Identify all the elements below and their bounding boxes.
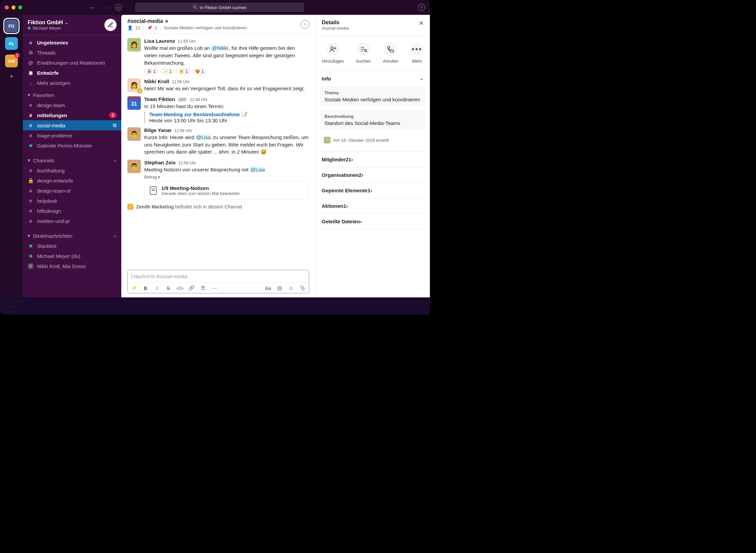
row-count: 1: [368, 188, 370, 193]
bold-icon[interactable]: B: [143, 285, 149, 291]
compose-button[interactable]: [104, 19, 117, 31]
reaction[interactable]: 👏1: [176, 68, 190, 74]
sidebar-quick-item[interactable]: 🗎Entwürfe: [23, 68, 121, 78]
sidebar-item[interactable]: #buchhaltung: [23, 165, 121, 175]
pin-count[interactable]: 1: [155, 25, 157, 30]
emoji-icon[interactable]: ☺: [288, 285, 294, 291]
row-label: Mitglieder: [322, 157, 346, 162]
dm-header[interactable]: ▾Direktnachrichten+: [23, 231, 121, 241]
reaction[interactable]: 😍1: [192, 68, 207, 74]
sidebar-item[interactable]: #helpdesk: [23, 196, 121, 206]
sidebar-item[interactable]: #medien-und-pr: [23, 216, 121, 226]
workspace-tile[interactable]: FG: [5, 20, 18, 32]
nav-back-icon[interactable]: ←: [90, 4, 96, 11]
sidebar-item[interactable]: #mitteilungen1: [23, 110, 121, 120]
details-action[interactable]: •••Mehr: [410, 42, 424, 64]
message-author[interactable]: Bilge Yanar: [144, 127, 171, 133]
details-info-header[interactable]: Info⌄: [316, 71, 430, 86]
emoji-icon: ✨: [163, 69, 168, 74]
event-link[interactable]: Team-Meeting zur Bestandsaufnahme 📝: [149, 111, 248, 117]
post-label[interactable]: Beitrag ▾: [144, 175, 309, 180]
sidebar-item[interactable]: Michael Meyer (du): [23, 251, 121, 261]
details-action[interactable]: Hinzufügen: [322, 42, 344, 64]
sidebar-item[interactable]: 2Nikki Kroll, Mia Greco: [23, 261, 121, 271]
more-format-icon[interactable]: ⋯: [211, 285, 217, 291]
favorites-header[interactable]: ▾Favoriten: [23, 90, 121, 100]
reaction[interactable]: ✨1: [160, 68, 175, 74]
channel-info-icon[interactable]: i: [301, 20, 309, 29]
sidebar-quick-item[interactable]: ⧉Threads: [23, 47, 121, 58]
attachment[interactable]: 1/9 Meeting-Notizen Gerade eben zum letz…: [144, 182, 309, 200]
minimize-window-icon[interactable]: [11, 5, 15, 9]
channels-header[interactable]: ▾Channels+: [23, 155, 121, 165]
member-count[interactable]: 21: [135, 25, 140, 30]
svg-point-0: [193, 5, 196, 8]
dm-group-icon: 2: [28, 263, 33, 269]
mention[interactable]: @Lisa: [250, 167, 266, 172]
mention-icon[interactable]: @: [277, 285, 283, 291]
code-icon[interactable]: </>: [177, 285, 183, 291]
channel-topic[interactable]: Soziale Medien verfolgen und koordiniere…: [164, 25, 247, 30]
message-author[interactable]: Stephan Zeis: [144, 160, 176, 165]
help-icon[interactable]: ?: [418, 4, 425, 11]
sidebar-label: mitteilungen: [37, 112, 67, 118]
italic-icon[interactable]: I: [154, 285, 160, 291]
sidebar-item[interactable]: #design-team-sf: [23, 186, 121, 196]
sidebar-item[interactable]: #design-team: [23, 100, 121, 110]
presence-dot-icon: [28, 27, 31, 30]
add-dm-icon[interactable]: +: [114, 233, 117, 239]
workspace-header[interactable]: Fiktion GmbH ⌄ Michael Meyer: [23, 15, 121, 35]
details-row[interactable]: Geteilte Dateien›: [316, 214, 430, 229]
add-channel-icon[interactable]: +: [114, 158, 117, 163]
message-author[interactable]: Team Fiktion: [144, 96, 175, 102]
sidebar-item[interactable]: #hilfsdesign: [23, 206, 121, 216]
avatar[interactable]: 👩: [127, 38, 141, 52]
maximize-window-icon[interactable]: [18, 5, 22, 9]
details-action[interactable]: Suchen: [356, 42, 371, 64]
sidebar-item[interactable]: 🔒design-entwürfe: [23, 175, 121, 186]
details-row[interactable]: Organisationen2›: [316, 167, 430, 183]
message: 👨 Bilge Yanar12:58 Uhr Kurze Info: Heute…: [121, 125, 315, 158]
shortcuts-icon[interactable]: ⚡: [131, 285, 137, 291]
message-input[interactable]: Nachricht #social-media: [128, 270, 309, 283]
row-label: Organisationen: [322, 172, 359, 178]
close-window-icon[interactable]: [5, 5, 9, 9]
hash-icon: #: [29, 208, 32, 214]
details-action[interactable]: Anrufen: [383, 42, 399, 64]
avatar[interactable]: 👩Z: [127, 78, 141, 92]
sidebar-item[interactable]: #social-media⧉: [23, 120, 121, 130]
reaction[interactable]: 🎉1: [144, 68, 158, 74]
search-input[interactable]: In Fiktion GmbH suchen: [135, 3, 304, 12]
channel-title[interactable]: #social-media: [127, 18, 163, 24]
workspace-tile[interactable]: AL: [5, 37, 18, 50]
close-icon[interactable]: ✕: [419, 20, 424, 27]
text-format-icon[interactable]: Aa: [265, 285, 271, 291]
nav-forward-icon[interactable]: →: [102, 4, 109, 11]
sidebar-quick-item[interactable]: ↓Mehr anzeigen: [23, 78, 121, 88]
avatar[interactable]: 👨: [127, 160, 141, 173]
history-icon[interactable]: ◴: [115, 4, 122, 11]
sidebar-quick-item[interactable]: @Erwähnungen und Reaktionen: [23, 58, 121, 68]
star-icon[interactable]: ★: [164, 18, 169, 24]
mention[interactable]: @Nikki: [211, 45, 229, 51]
more-icon: •••: [410, 42, 424, 56]
sidebar-item[interactable]: #triage-probleme: [23, 130, 121, 140]
add-workspace-icon[interactable]: +: [9, 72, 14, 81]
sidebar-item[interactable]: Gabriele Perino-Münster: [23, 140, 121, 151]
sidebar-item[interactable]: Slackbot: [23, 241, 121, 251]
list-icon[interactable]: ☰: [200, 285, 206, 291]
sidebar-icon: ≡: [28, 40, 34, 45]
message-author[interactable]: Lisa Laurenz: [144, 38, 175, 44]
mention[interactable]: @Lisa: [196, 134, 212, 140]
avatar[interactable]: 👨: [127, 127, 141, 141]
link-icon[interactable]: 🔗: [188, 285, 194, 291]
attach-icon[interactable]: 📎: [300, 285, 306, 291]
message-author[interactable]: Nikki Kroll: [144, 78, 169, 84]
presence-dot-icon: [29, 245, 32, 248]
details-row[interactable]: Gepinnte Elemente1›: [316, 183, 430, 198]
details-row[interactable]: Aktionen1›: [316, 198, 430, 214]
strike-icon[interactable]: S: [165, 285, 171, 291]
details-row[interactable]: Mitglieder21›: [316, 152, 430, 167]
workspace-tile[interactable]: AM 1: [5, 55, 18, 67]
sidebar-quick-item[interactable]: ≡Ungelesenes: [23, 37, 121, 47]
